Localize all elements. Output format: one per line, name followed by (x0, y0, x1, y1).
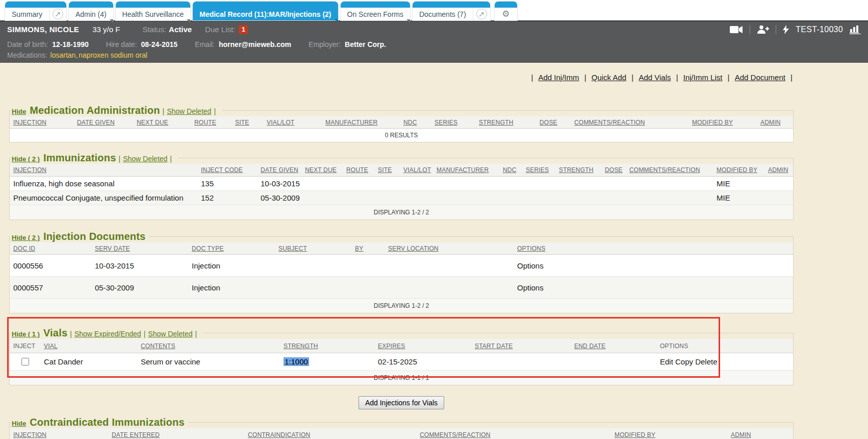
column-header[interactable]: ADMIN (727, 431, 793, 438)
column-header[interactable]: ADMIN (764, 166, 793, 174)
add-inj-imm-link[interactable]: Add Inj/Imm (538, 73, 579, 82)
tab-summary[interactable]: Summary ↗ (5, 2, 66, 20)
show-deleted-link[interactable]: Show Deleted (148, 330, 192, 338)
show-deleted-link[interactable]: Show Deleted (167, 107, 211, 115)
table-header-row: INJECT VIAL CONTENTS STRENGTH EXPIRES ST… (10, 339, 793, 353)
tab-documents[interactable]: Documents (7) ↗ (413, 2, 490, 20)
external-link-icon[interactable]: ↗ (473, 8, 490, 20)
column-header[interactable]: DATE GIVEN (257, 166, 301, 174)
column-header: INJECT (10, 343, 40, 350)
column-header[interactable]: END DATE (571, 343, 656, 350)
status-label: Status: (142, 25, 166, 34)
edit-copy-delete-links[interactable]: Edit Copy Delete (656, 357, 793, 366)
add-injections-for-vials-button[interactable]: Add Injections for Vials (359, 396, 444, 409)
tab-on-screen-forms[interactable]: On Screen Forms (341, 2, 410, 20)
column-header[interactable]: CONTRAINDICATION (244, 431, 416, 438)
column-header[interactable]: MANUFACTURER (433, 166, 499, 174)
column-header[interactable]: NDC (400, 119, 431, 126)
external-link-icon[interactable]: ↗ (49, 8, 66, 20)
quick-add-link[interactable]: Quick Add (592, 73, 626, 82)
tab-health-surveillance[interactable]: Health Surveillance (116, 2, 191, 20)
column-header[interactable]: SERV DATE (91, 245, 188, 252)
email-label: Email: (195, 40, 215, 48)
column-header[interactable]: COMMENTS/REACTION (416, 431, 611, 438)
column-header[interactable]: DOSE (601, 166, 626, 174)
settings-gears-icon[interactable]: ⚙ (495, 2, 517, 20)
video-camera-icon[interactable] (730, 26, 743, 34)
column-header[interactable]: DOSE (536, 119, 571, 126)
tab-admin-label: Admin (4) (69, 8, 113, 20)
hide-link[interactable]: Hide ( 2 ) (12, 234, 40, 241)
column-header[interactable]: INJECTION (10, 431, 108, 438)
vial-name: Cat Dander (40, 357, 137, 366)
column-header[interactable]: MODIFIED BY (688, 119, 757, 126)
column-header[interactable]: START DATE (471, 343, 571, 350)
column-header[interactable]: MODIFIED BY (713, 166, 764, 174)
column-header[interactable]: MODIFIED BY (611, 431, 727, 438)
add-person-icon[interactable] (757, 25, 769, 34)
tab-menu-fold-icon[interactable] (110, 19, 113, 23)
column-header[interactable]: INJECTION (10, 166, 197, 174)
column-header[interactable]: CONTENTS (137, 343, 280, 350)
hide-link[interactable]: Hide (12, 420, 26, 427)
tab-menu-fold-icon[interactable] (335, 19, 338, 23)
column-header[interactable]: VIAL (40, 343, 137, 350)
employer-value: Better Corp. (345, 40, 386, 48)
due-list-count-badge[interactable]: 1 (239, 25, 248, 34)
column-header[interactable]: MANUFACTURER (322, 119, 400, 126)
options-link[interactable]: Options (514, 283, 793, 292)
column-header[interactable]: DOC TYPE (188, 245, 275, 252)
column-header[interactable]: SITE (232, 119, 263, 126)
column-header[interactable]: SUBJECT (275, 245, 351, 252)
column-header[interactable]: INJECT CODE (197, 166, 257, 174)
medication-link[interactable]: losartan (50, 51, 76, 59)
column-header[interactable]: ROUTE (343, 166, 374, 174)
add-document-link[interactable]: Add Document (735, 73, 785, 82)
tab-menu-fold-icon[interactable] (187, 19, 190, 23)
hide-link[interactable]: Hide (12, 108, 26, 115)
table-row: 0000556 10-03-2015 Injection Options (10, 255, 793, 277)
column-header[interactable]: NEXT DUE (133, 119, 191, 126)
column-header[interactable]: VIAL/LOT (263, 119, 322, 126)
divider (750, 25, 750, 34)
column-header[interactable]: DATE GIVEN (73, 119, 133, 126)
bar-chart-icon[interactable] (850, 25, 861, 34)
column-header[interactable]: NDC (499, 166, 522, 174)
column-header[interactable]: ADMIN (757, 119, 793, 126)
hide-link[interactable]: Hide ( 1 ) (12, 330, 40, 338)
section-contraindicated-immunizations: Hide Contraindicated Immunizations INJEC… (9, 417, 794, 439)
column-header[interactable]: VIAL/LOT (400, 166, 433, 174)
options-link[interactable]: Options (514, 261, 793, 270)
column-header[interactable]: SERIES (431, 119, 475, 126)
hide-link[interactable]: Hide ( 2 ) (12, 155, 40, 163)
column-header[interactable]: DOC ID (10, 245, 91, 252)
tab-admin[interactable]: Admin (4) (69, 2, 113, 20)
column-header[interactable]: STRENGTH (280, 343, 374, 350)
column-header[interactable]: BY (351, 245, 385, 252)
column-header[interactable]: COMMENTS/REACTION (626, 166, 713, 174)
column-header[interactable]: DATE ENTERED (108, 431, 244, 438)
column-header[interactable]: OPTIONS (514, 245, 793, 252)
column-header[interactable]: ROUTE (191, 119, 232, 126)
column-header[interactable]: INJECTION (10, 119, 73, 126)
tab-medical-record[interactable]: Medical Record (11):MAR/Injections (2) (193, 2, 338, 20)
section-title: Medication Administration (30, 105, 160, 116)
patient-age-sex: 33 y/o F (92, 25, 120, 34)
inject-checkbox[interactable] (21, 358, 29, 365)
add-vials-link[interactable]: Add Vials (639, 73, 671, 82)
column-header[interactable]: SERIES (522, 166, 555, 174)
lightning-bolt-icon[interactable] (783, 25, 789, 34)
column-header[interactable]: STRENGTH (555, 166, 601, 174)
medication-link[interactable]: naproxen sodium oral (79, 51, 147, 59)
column-header[interactable]: NEXT DUE (301, 166, 343, 174)
column-header[interactable]: COMMENTS/REACTION (571, 119, 688, 126)
show-expired-ended-link[interactable]: Show Expired/Ended (74, 330, 141, 338)
column-header[interactable]: EXPIRES (374, 343, 471, 350)
column-header[interactable]: SITE (374, 166, 400, 174)
show-deleted-link[interactable]: Show Deleted (123, 155, 167, 163)
tab-menu-fold-icon[interactable] (406, 19, 410, 23)
column-header[interactable]: STRENGTH (475, 119, 536, 126)
column-header[interactable]: SERV LOCATION (385, 245, 514, 252)
inj-imm-list-link[interactable]: Inj/Imm List (683, 73, 723, 82)
status-value: Active (169, 25, 192, 34)
